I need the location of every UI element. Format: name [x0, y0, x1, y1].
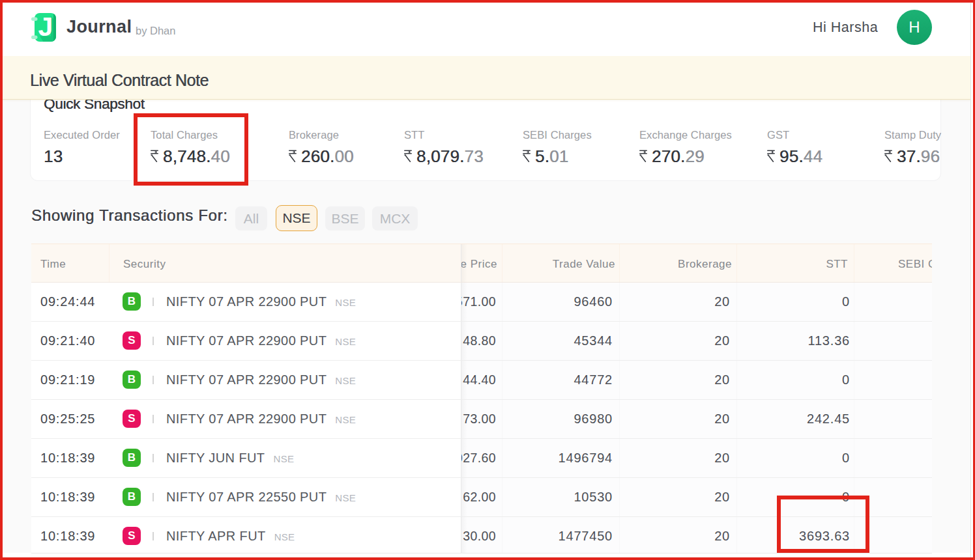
svg-text:J: J	[38, 12, 53, 42]
